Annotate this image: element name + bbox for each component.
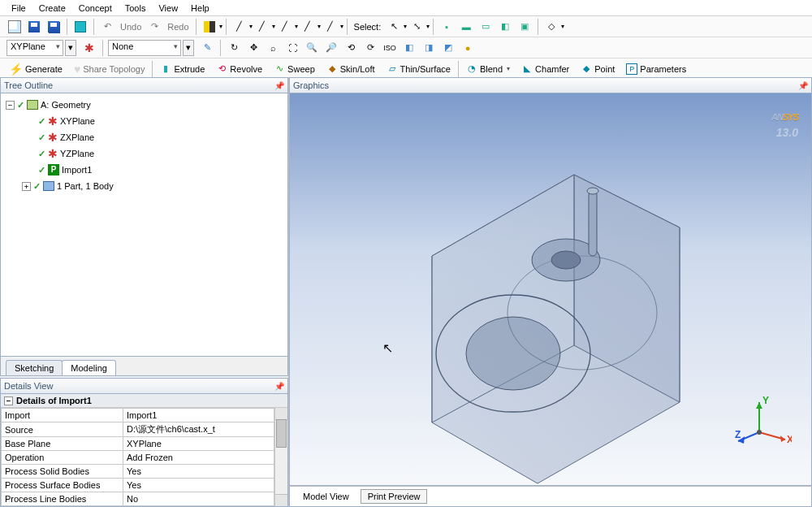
view-dropdown[interactable]: ◇ xyxy=(542,18,560,36)
thin-surface-button[interactable]: ▱Thin/Surface xyxy=(382,60,455,78)
filter-3[interactable]: ▭ xyxy=(477,18,495,36)
prev-view[interactable]: ⟲ xyxy=(342,39,360,57)
skinloft-button[interactable]: ◆Skin/Loft xyxy=(322,60,379,78)
tree-outline[interactable]: − ✓ A: Geometry ✓ ✱ XYPlane ✓ ✱ ZXPlane … xyxy=(0,93,288,357)
zoom-fit[interactable]: ⛶ xyxy=(283,39,301,57)
prop-value[interactable]: D:\源文件\ch6\cast.x_t xyxy=(123,422,274,437)
graphics-viewport[interactable]: ANSYS 13.0 xyxy=(289,93,812,486)
save-button[interactable] xyxy=(25,18,43,36)
share-topology-button[interactable]: ♥Share Topology xyxy=(70,60,149,78)
sketch-icon: ✎ xyxy=(201,42,213,54)
tree-import1[interactable]: ✓ P Import1 xyxy=(2,162,286,178)
prop-value[interactable]: Yes xyxy=(123,479,274,492)
prop-name: Process Line Bodies xyxy=(2,492,123,506)
tab-print-preview[interactable]: Print Preview xyxy=(361,489,428,504)
select-pick[interactable]: ⤡ xyxy=(408,18,425,36)
prop-value[interactable]: XYPlane xyxy=(123,437,274,451)
extrude-button[interactable]: ▮Extrude xyxy=(156,60,209,78)
parameters-button[interactable]: PParameters xyxy=(622,60,690,78)
parameters-label: Parameters xyxy=(640,64,686,74)
rotate-icon: ↻ xyxy=(228,42,240,54)
extrude-label: Extrude xyxy=(174,64,205,74)
sweep-button[interactable]: ∿Sweep xyxy=(270,60,319,78)
look-at[interactable]: ISO xyxy=(381,39,399,57)
color-picker[interactable] xyxy=(201,18,218,36)
next-view[interactable]: ⟳ xyxy=(361,39,379,57)
menu-file[interactable]: File xyxy=(5,2,32,15)
details-section-header[interactable]: − Details of Import1 xyxy=(1,394,287,408)
collapse-icon[interactable]: − xyxy=(6,101,15,110)
save-as-button[interactable] xyxy=(45,18,63,36)
tree-root[interactable]: − ✓ A: Geometry xyxy=(2,97,286,113)
table-row[interactable]: Process Line BodiesNo xyxy=(2,492,274,506)
zoom-box[interactable]: ⌕ xyxy=(264,39,282,57)
pin-icon[interactable]: 📌 xyxy=(274,81,284,90)
plane-icon: ✱ xyxy=(48,131,58,144)
zoom-in[interactable]: 🔍 xyxy=(303,39,321,57)
line-tool-5[interactable]: ╱ xyxy=(322,18,339,36)
tab-sketching[interactable]: Sketching xyxy=(6,360,63,375)
plane-new-button[interactable]: ▾ xyxy=(65,40,76,56)
expand-icon[interactable]: + xyxy=(22,182,31,191)
pan-view[interactable]: ✥ xyxy=(244,39,262,57)
cube-3[interactable]: ◩ xyxy=(439,39,457,57)
prop-value[interactable]: Add Frozen xyxy=(123,451,274,465)
menu-create[interactable]: Create xyxy=(32,2,72,15)
capture-button[interactable] xyxy=(71,18,89,36)
rotate-view[interactable]: ↻ xyxy=(225,39,243,57)
line-tool-4[interactable]: ╱ xyxy=(299,18,317,36)
undo-button[interactable]: ↶ xyxy=(98,18,116,36)
filter-2[interactable]: ▬ xyxy=(457,18,475,36)
revolve-button[interactable]: ⟲Revolve xyxy=(212,60,266,78)
highlight[interactable]: ● xyxy=(459,39,477,57)
chamfer-button[interactable]: ◣Chamfer xyxy=(517,60,573,78)
menu-view[interactable]: View xyxy=(152,2,184,15)
line-tool-1[interactable]: ╱ xyxy=(231,18,248,36)
table-row[interactable]: Base PlaneXYPlane xyxy=(2,437,274,451)
svg-text:Y: Y xyxy=(762,396,769,406)
sketch-new-button[interactable]: ▾ xyxy=(183,40,194,56)
collapse-icon[interactable]: − xyxy=(4,396,13,405)
cube-1[interactable]: ◧ xyxy=(400,39,418,57)
menu-help[interactable]: Help xyxy=(184,2,216,15)
tab-modeling[interactable]: Modeling xyxy=(62,360,116,375)
menu-tools[interactable]: Tools xyxy=(119,2,153,15)
plane-dropdown[interactable]: XYPlane xyxy=(6,40,63,56)
line-tool-3[interactable]: ╱ xyxy=(276,18,294,36)
line-tool-2[interactable]: ╱ xyxy=(253,18,271,36)
generate-button[interactable]: ⚡Generate xyxy=(5,60,67,78)
table-row[interactable]: Process Surface BodiesYes xyxy=(2,479,274,492)
tab-model-view[interactable]: Model View xyxy=(296,490,356,503)
tree-parts[interactable]: + ✓ 1 Part, 1 Body xyxy=(2,178,286,194)
zoom-out[interactable]: 🔎 xyxy=(322,39,340,57)
filter-1[interactable]: ▪ xyxy=(438,18,456,36)
redo-button[interactable]: ↷ xyxy=(145,18,163,36)
point-button[interactable]: ◆Point xyxy=(577,60,619,78)
tree-xyplane[interactable]: ✓ ✱ XYPlane xyxy=(2,113,286,129)
sketch-create[interactable]: ✎ xyxy=(198,39,216,57)
filter-4[interactable]: ◧ xyxy=(496,18,514,36)
axis-triad[interactable]: X Y Z xyxy=(735,396,792,453)
cube-2[interactable]: ◨ xyxy=(420,39,438,57)
scrollbar-thumb[interactable] xyxy=(276,419,287,448)
check-icon: ✓ xyxy=(38,116,45,127)
tree-yzplane[interactable]: ✓ ✱ YZPlane xyxy=(2,145,286,162)
details-scrollbar[interactable] xyxy=(274,408,287,506)
pin-icon[interactable]: 📌 xyxy=(798,81,808,90)
prop-value[interactable]: Import1 xyxy=(123,409,274,422)
table-row[interactable]: ImportImport1 xyxy=(2,409,274,422)
prop-value[interactable]: No xyxy=(123,492,274,506)
blend-button[interactable]: ◔Blend▾ xyxy=(462,60,514,78)
table-row[interactable]: SourceD:\源文件\ch6\cast.x_t xyxy=(2,422,274,437)
new-button[interactable] xyxy=(6,18,24,36)
prop-value[interactable]: Yes xyxy=(123,465,274,479)
table-row[interactable]: Process Solid BodiesYes xyxy=(2,465,274,479)
menu-concept[interactable]: Concept xyxy=(72,2,119,15)
select-arrow[interactable]: ↖ xyxy=(385,18,403,36)
sketch-dropdown[interactable]: None xyxy=(108,40,181,56)
tree-zxplane[interactable]: ✓ ✱ ZXPlane xyxy=(2,129,286,145)
plane-create[interactable]: ✱ xyxy=(80,39,98,57)
pin-icon[interactable]: 📌 xyxy=(274,382,284,391)
table-row[interactable]: OperationAdd Frozen xyxy=(2,451,274,465)
filter-5[interactable]: ▣ xyxy=(516,18,533,36)
